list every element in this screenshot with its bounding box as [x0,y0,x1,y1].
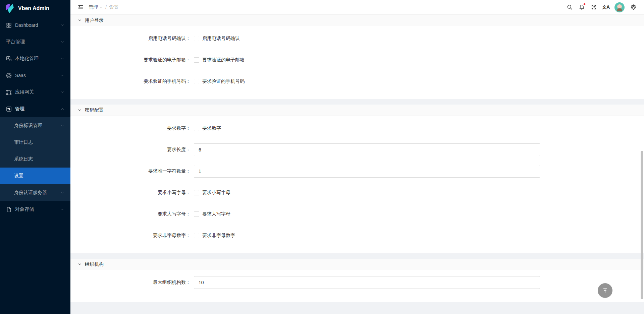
form-row: 要求小写字母： 要求小写字母 [70,186,639,199]
required-unique-chars-input[interactable] [194,165,540,178]
fullscreen-button[interactable] [588,0,600,15]
field-label: 要求大写字母： [70,211,191,217]
topbar: 管理 / 设置 [70,0,644,15]
chevron-down-icon [78,262,82,266]
sidebar-menu: Dashboard 平台管理 本地化管理 Saas [0,17,70,218]
sidebar-item-object-storage[interactable]: 对象存储 [0,201,70,218]
require-non-alphanumeric-checkbox[interactable] [194,233,199,238]
sidebar-item-management[interactable]: 管理 [0,101,70,117]
sidebar-item-platform-management[interactable]: 平台管理 [0,34,70,50]
form-row: 要求长度： [70,143,639,156]
management-submenu: 身份标识管理 审计日志 系统日志 设置 身份认证服务器 [0,117,70,201]
chevron-down-icon [99,6,103,9]
form-row: 要求大写字母： 要求大写字母 [70,208,639,221]
checkbox-label[interactable]: 要求非字母数字 [202,233,235,239]
storage-icon [6,207,12,212]
field-label: 最大组织机构数： [70,279,191,286]
sidebar-item-label: Dashboard [15,22,60,28]
form-row: 要求验证的手机号码： 要求验证的手机号码 [70,75,639,88]
checkbox-label[interactable]: 要求大写字母 [202,211,230,217]
required-length-input[interactable] [194,143,540,156]
field-label: 要求长度： [70,147,191,153]
breadcrumb-separator: / [105,5,107,10]
sidebar-item-label: 身份标识管理 [14,123,60,129]
field-label: 要求唯一字符数量： [70,168,191,174]
form-row: 启用电话号码确认： 启用电话号码确认 [70,32,639,45]
app-logo[interactable]: Vben Admin [0,0,70,17]
notification-badge [583,3,586,5]
checkbox-label[interactable]: 要求数字 [202,125,221,131]
breadcrumb-management[interactable]: 管理 [89,4,103,10]
cloud-icon [6,73,12,78]
sidebar-item-saas[interactable]: Saas [0,67,70,84]
dashboard-icon [6,22,12,28]
checkbox-label[interactable]: 启用电话号码确认 [202,36,240,42]
chevron-down-icon [60,40,64,44]
app-title: Vben Admin [18,5,49,11]
field-label: 要求验证的电子邮箱： [70,57,191,63]
field-label: 启用电话号码确认： [70,36,191,42]
menu-fold-icon [78,4,84,10]
search-button[interactable] [564,0,576,15]
require-confirmed-phone-checkbox[interactable] [194,79,199,84]
translate-button[interactable]: 文A [600,0,612,15]
panel-password-config: 密码配置 要求数字： 要求数字 要求长度： [70,105,644,253]
back-to-top-button[interactable] [598,283,612,298]
form-row: 要求非字母数字： 要求非字母数字 [70,229,639,242]
sidebar-item-label: Saas [15,73,60,78]
chevron-down-icon [60,191,64,195]
form-row: 要求验证的电子邮箱： 要求验证的电子邮箱 [70,54,639,66]
sidebar-item-audit-log[interactable]: 审计日志 [0,134,70,151]
sidebar-item-system-log[interactable]: 系统日志 [0,151,70,168]
sidebar-collapse-button[interactable] [74,0,87,15]
checkbox-label[interactable]: 要求小写字母 [202,190,230,196]
chevron-up-icon [60,107,64,111]
vertical-scrollbar-thumb[interactable] [641,151,643,299]
require-confirmed-email-checkbox[interactable] [194,57,199,63]
logo-icon [5,3,15,13]
chevron-down-icon [60,57,64,61]
gear-icon [631,4,636,10]
sidebar-item-auth-server[interactable]: 身份认证服务器 [0,184,70,201]
chevron-down-icon [60,90,64,94]
collapse-header-password-config[interactable]: 密码配置 [70,105,644,116]
sidebar-item-identity-management[interactable]: 身份标识管理 [0,117,70,134]
require-lowercase-checkbox[interactable] [194,190,199,195]
back-to-top-icon [602,288,608,294]
collapse-header-organization[interactable]: 组织机构 [70,259,644,270]
sidebar-item-label: 系统日志 [14,156,64,162]
sidebar-item-label: 平台管理 [6,39,60,45]
panel-organization: 组织机构 最大组织机构数： [70,259,644,302]
sidebar-item-settings[interactable]: 设置 [0,168,70,184]
checkbox-label[interactable]: 要求验证的电子邮箱 [202,57,245,63]
breadcrumb: 管理 / 设置 [89,4,119,10]
field-label: 要求验证的手机号码： [70,78,191,84]
bell-icon [579,4,585,10]
checkbox-label[interactable]: 要求验证的手机号码 [202,78,245,84]
section-title: 用户登录 [85,17,104,23]
settings-button[interactable] [627,0,639,15]
user-avatar[interactable] [614,2,625,12]
chevron-down-icon [78,18,82,22]
localization-icon [6,56,12,62]
enable-phone-number-confirmation-checkbox[interactable] [194,36,199,41]
section-title: 密码配置 [85,107,104,113]
chevron-down-icon [60,124,64,128]
collapse-header-user-login[interactable]: 用户登录 [70,15,644,26]
require-uppercase-checkbox[interactable] [194,211,199,217]
chevron-down-icon [78,108,82,112]
sidebar-item-dashboard[interactable]: Dashboard [0,17,70,34]
form-row: 要求唯一字符数量： [70,165,639,178]
fullscreen-icon [591,4,597,10]
require-digit-checkbox[interactable] [194,126,199,131]
max-organization-units-input[interactable] [194,276,540,289]
form-row: 要求数字： 要求数字 [70,122,639,135]
topbar-actions: 文A [564,0,639,15]
sidebar-item-app-gateway[interactable]: 应用网关 [0,84,70,101]
sidebar-item-localization[interactable]: 本地化管理 [0,50,70,67]
sidebar: Vben Admin Dashboard 平台管理 本地化管理 [0,0,70,314]
management-icon [6,106,12,112]
field-label: 要求小写字母： [70,190,191,196]
sidebar-item-label: 本地化管理 [15,56,60,62]
notification-button[interactable] [576,0,588,15]
